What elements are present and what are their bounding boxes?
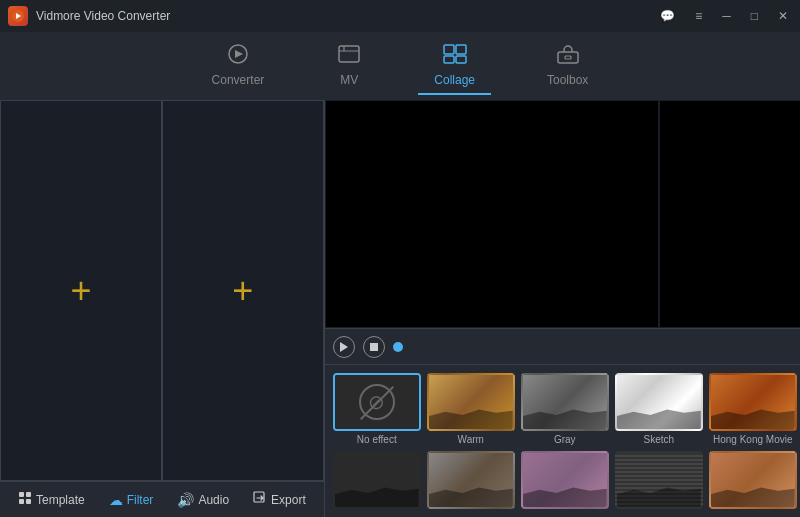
add-video-1-icon: +	[70, 273, 91, 309]
tab-collage[interactable]: Collage	[418, 37, 491, 95]
filter-label-hk: Hong Kong Movie	[713, 434, 793, 445]
converter-icon	[225, 43, 251, 69]
tab-collage-label: Collage	[434, 73, 475, 87]
filter-gray[interactable]: Gray	[521, 373, 609, 445]
filter-thumb-r2-5	[709, 451, 797, 509]
filter-warm[interactable]: Warm	[427, 373, 515, 445]
filter-sketch[interactable]: Sketch	[615, 373, 703, 445]
title-bar: Vidmore Video Converter 💬 ≡ ─ □ ✕	[0, 0, 800, 32]
play-btn[interactable]	[333, 336, 355, 358]
menu-btn[interactable]: ≡	[691, 7, 706, 25]
svg-rect-8	[456, 56, 466, 63]
template-label: Template	[36, 493, 85, 507]
filter-thumb-r2-4	[615, 451, 703, 509]
filter-thumb-r2-3	[521, 451, 609, 509]
collage-icon	[442, 43, 468, 69]
filter-label-sketch: Sketch	[643, 434, 674, 445]
svg-rect-11	[19, 492, 24, 497]
stop-btn[interactable]	[363, 336, 385, 358]
filter-row-1: ⊘ No effect Warm Gray	[325, 365, 800, 449]
filter-r2-4[interactable]	[615, 451, 703, 509]
r2-4-landscape	[617, 453, 701, 507]
filter-btn[interactable]: ☁ Filter	[99, 488, 164, 512]
video-slot-2[interactable]: +	[162, 100, 324, 481]
svg-rect-9	[558, 52, 578, 63]
template-icon	[18, 491, 32, 508]
export-icon	[253, 491, 267, 508]
filter-thumb-warm	[427, 373, 515, 431]
minimize-btn[interactable]: ─	[718, 7, 735, 25]
filter-label-warm: Warm	[458, 434, 484, 445]
preview-area	[325, 100, 800, 328]
hk-landscape	[711, 375, 795, 429]
app-title: Vidmore Video Converter	[36, 9, 170, 23]
svg-rect-17	[370, 343, 378, 351]
svg-rect-4	[339, 46, 359, 62]
svg-marker-3	[235, 50, 243, 58]
r2-2-landscape	[429, 453, 513, 507]
filter-thumb-r2-2	[427, 451, 515, 509]
filter-no-effect[interactable]: ⊘ No effect	[333, 373, 421, 445]
filter-section: ⊘ No effect Warm Gray	[325, 364, 800, 517]
filter-label-gray: Gray	[554, 434, 576, 445]
maximize-btn[interactable]: □	[747, 7, 762, 25]
r2-3-landscape	[523, 453, 607, 507]
svg-rect-6	[456, 45, 466, 54]
preview-left	[325, 100, 659, 328]
right-panel: 00:00:00.00/00:00:01.00 ⊘	[325, 100, 800, 517]
export-toolbar-label: Export	[271, 493, 306, 507]
tab-converter[interactable]: Converter	[196, 37, 281, 95]
filter-thumb-sketch	[615, 373, 703, 431]
toolbox-icon	[555, 43, 581, 69]
preview-right	[659, 100, 800, 328]
tab-toolbox[interactable]: Toolbox	[531, 37, 604, 95]
tab-toolbox-label: Toolbox	[547, 73, 588, 87]
r2-5-landscape	[711, 453, 795, 507]
audio-btn[interactable]: 🔊 Audio	[167, 488, 239, 512]
chat-btn[interactable]: 💬	[656, 7, 679, 25]
mv-icon	[336, 43, 362, 69]
audio-label: Audio	[198, 493, 229, 507]
add-video-2-icon: +	[232, 273, 253, 309]
left-toolbar: Template ☁ Filter 🔊 Audio Export	[0, 481, 324, 517]
template-btn[interactable]: Template	[8, 487, 95, 512]
nav-bar: Converter MV Collage	[0, 32, 800, 100]
filter-thumb-gray	[521, 373, 609, 431]
svg-rect-7	[444, 56, 454, 63]
r2-1-landscape	[335, 453, 419, 507]
filter-r2-2[interactable]	[427, 451, 515, 509]
no-effect-circle: ⊘	[359, 384, 395, 420]
close-btn[interactable]: ✕	[774, 7, 792, 25]
gray-landscape	[523, 375, 607, 429]
filter-icon: ☁	[109, 492, 123, 508]
filter-thumb-r2-1	[333, 451, 421, 509]
svg-rect-10	[565, 56, 571, 59]
video-slot-1[interactable]: +	[0, 100, 162, 481]
filter-thumb-hk	[709, 373, 797, 431]
progress-dot[interactable]	[393, 342, 403, 352]
svg-rect-12	[26, 492, 31, 497]
tab-mv-label: MV	[340, 73, 358, 87]
sketch-landscape	[617, 375, 701, 429]
warm-landscape	[429, 375, 513, 429]
filter-row-2: Export	[325, 449, 800, 517]
svg-rect-14	[26, 499, 31, 504]
video-slots: + +	[0, 100, 324, 481]
tab-converter-label: Converter	[212, 73, 265, 87]
svg-marker-16	[340, 342, 348, 352]
filter-label-no-effect: No effect	[357, 434, 397, 445]
playback-bar: 00:00:00.00/00:00:01.00	[325, 328, 800, 364]
tab-mv[interactable]: MV	[320, 37, 378, 95]
filter-r2-1[interactable]	[333, 451, 421, 509]
left-panel: + + Template ☁ Fil	[0, 100, 325, 517]
filter-hk-movie[interactable]: Hong Kong Movie	[709, 373, 797, 445]
svg-rect-5	[444, 45, 454, 54]
app-logo	[8, 6, 28, 26]
export-toolbar-btn[interactable]: Export	[243, 487, 316, 512]
audio-icon: 🔊	[177, 492, 194, 508]
filter-thumb-no-effect: ⊘	[333, 373, 421, 431]
main-area: + + Template ☁ Fil	[0, 100, 800, 517]
filter-label: Filter	[127, 493, 154, 507]
filter-r2-5[interactable]	[709, 451, 797, 509]
filter-r2-3[interactable]	[521, 451, 609, 509]
